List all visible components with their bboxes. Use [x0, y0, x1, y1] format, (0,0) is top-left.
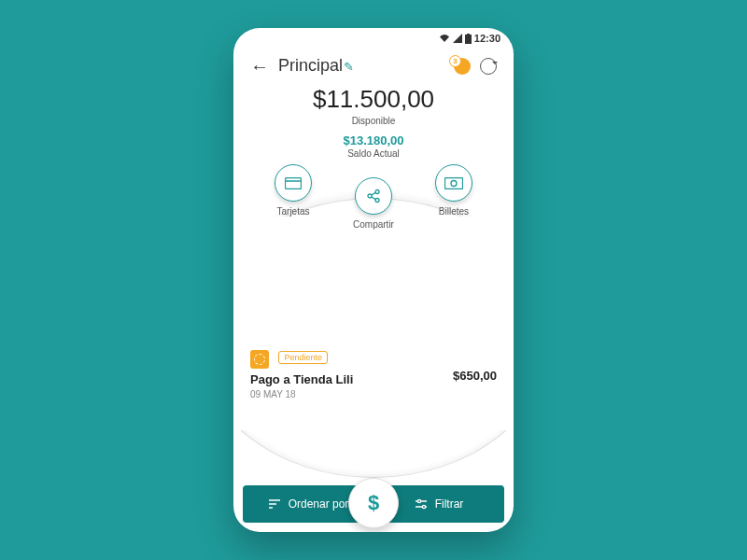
- quick-action-cards-label: Tarjetas: [277, 206, 310, 217]
- refresh-icon[interactable]: [480, 58, 497, 75]
- available-amount: $11.500,00: [233, 85, 514, 114]
- quick-action-cards[interactable]: Tarjetas: [275, 164, 312, 217]
- svg-point-15: [417, 499, 420, 502]
- quick-actions: Tarjetas Compartir Billetes: [233, 164, 514, 244]
- status-time: 12:30: [474, 33, 500, 44]
- phone-frame: 12:30 ← Principal ✎ $11.500,00 Disponibl…: [233, 28, 514, 532]
- dollar-icon: $: [368, 491, 379, 515]
- sort-label: Ordenar por: [289, 497, 349, 511]
- status-badge: Pendiente: [278, 351, 328, 364]
- svg-line-7: [372, 192, 376, 195]
- quick-action-cash-label: Billetes: [439, 206, 469, 217]
- filter-label: Filtrar: [435, 497, 464, 511]
- svg-point-4: [368, 194, 372, 198]
- sort-icon: [268, 498, 281, 510]
- filter-icon: [415, 498, 428, 510]
- top-bar: ← Principal ✎: [233, 49, 514, 79]
- svg-line-8: [372, 197, 376, 200]
- back-icon[interactable]: ←: [250, 57, 269, 76]
- quick-action-share[interactable]: Compartir: [353, 177, 394, 230]
- svg-rect-9: [444, 177, 462, 189]
- battery-icon: [465, 34, 472, 44]
- edit-icon[interactable]: ✎: [344, 60, 354, 74]
- movement-date: 09 MAY 18: [250, 389, 497, 399]
- quick-action-cash[interactable]: Billetes: [435, 164, 472, 217]
- svg-point-6: [375, 199, 379, 203]
- notification-icon[interactable]: [454, 58, 471, 75]
- balance-panel: $11.500,00 Disponible $13.180,00 Saldo A…: [233, 79, 514, 159]
- movement-amount: $650,00: [453, 369, 497, 383]
- fab-button[interactable]: $: [348, 478, 399, 528]
- svg-rect-0: [465, 35, 472, 44]
- account-title-text: Principal: [278, 56, 343, 75]
- svg-rect-2: [286, 177, 302, 189]
- movement-row[interactable]: Pendiente Pago a Tienda Lili 09 MAY 18 $…: [233, 344, 514, 409]
- cash-icon: [435, 164, 472, 202]
- merchant-icon: [250, 350, 269, 369]
- signal-icon: [453, 34, 462, 43]
- svg-point-10: [451, 180, 457, 186]
- share-icon: [355, 177, 392, 215]
- current-amount: $13.180,00: [233, 133, 514, 147]
- current-label: Saldo Actual: [233, 148, 514, 159]
- quick-action-share-label: Compartir: [353, 219, 394, 230]
- svg-point-5: [375, 190, 379, 194]
- svg-point-17: [422, 505, 425, 508]
- svg-rect-1: [467, 34, 470, 35]
- wifi-icon: [439, 34, 450, 43]
- available-label: Disponible: [233, 116, 514, 126]
- account-title: Principal ✎: [278, 56, 444, 76]
- status-bar: 12:30: [233, 28, 514, 49]
- card-icon: [275, 164, 312, 202]
